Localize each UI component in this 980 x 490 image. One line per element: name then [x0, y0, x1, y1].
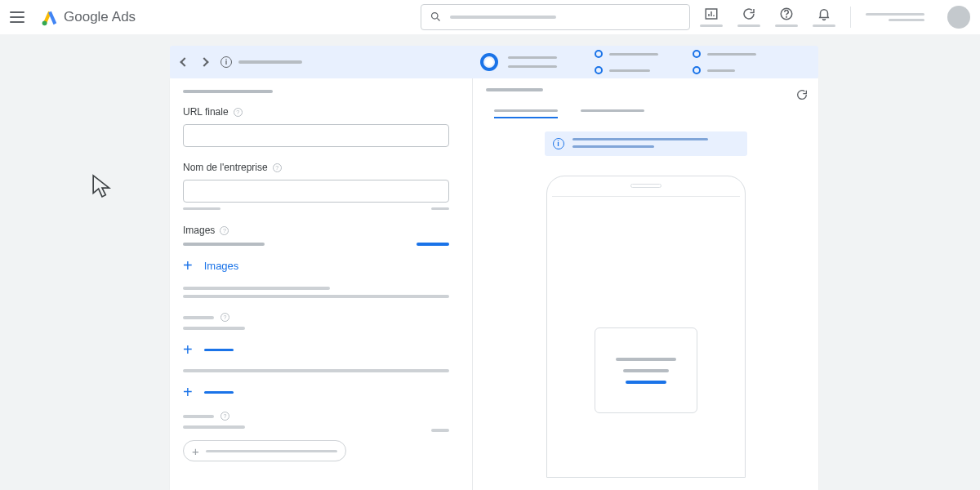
plus-icon: +: [183, 341, 193, 358]
helper-text: [183, 327, 245, 330]
images-subrow: [183, 243, 449, 246]
add-images-button[interactable]: + Images: [183, 257, 459, 274]
help-icon[interactable]: ?: [220, 226, 229, 235]
add-link: [204, 349, 234, 351]
avatar[interactable]: [947, 6, 970, 29]
add-images-label: Images: [204, 260, 239, 272]
svg-point-8: [786, 16, 787, 17]
step-ring-icon: [595, 50, 603, 58]
step-indicator-active: [480, 53, 498, 71]
form-column: URL finale ? Nom de l'entreprise ? Image…: [170, 78, 472, 490]
help-button[interactable]: [775, 7, 798, 27]
reports-button[interactable]: [700, 7, 723, 27]
counter: [431, 429, 449, 432]
page-canvas: i URL finale ?: [0, 34, 980, 490]
helper-text: [183, 369, 449, 372]
svg-point-1: [432, 13, 439, 20]
preview-title: [486, 88, 543, 91]
notifications-button[interactable]: [813, 7, 835, 27]
refresh-icon: [742, 7, 756, 21]
help-icon[interactable]: ?: [220, 412, 229, 421]
logo[interactable]: Google Ads: [41, 8, 136, 26]
bar-chart-icon: [704, 7, 719, 21]
preview-tabs: [494, 109, 805, 118]
svg-line-2: [437, 18, 439, 20]
plus-icon: +: [183, 384, 193, 400]
logo-text-ads: Ads: [112, 9, 136, 25]
step-ring-icon: [693, 66, 701, 74]
sub-label: [183, 316, 214, 319]
step-ring-icon: [693, 50, 701, 58]
phone-speaker: [630, 184, 662, 188]
final-url-input[interactable]: [183, 124, 449, 147]
chip-placeholder: [206, 450, 337, 452]
preview-column: i: [473, 78, 818, 490]
final-url-label: URL finale ?: [183, 106, 459, 118]
stepper-crumb: [238, 60, 302, 64]
search-placeholder: [450, 16, 556, 19]
search-icon: [430, 11, 442, 23]
help-icon[interactable]: ?: [234, 108, 243, 117]
stepper-group-2: [595, 50, 658, 74]
svg-point-0: [42, 20, 47, 25]
help-icon: [779, 7, 794, 21]
help-icon[interactable]: ?: [273, 163, 282, 172]
preview-tab-1[interactable]: [494, 109, 558, 118]
refresh-icon[interactable]: [795, 88, 808, 101]
step-ring-icon: [595, 66, 603, 74]
editor-card: URL finale ? Nom de l'entreprise ? Image…: [170, 78, 818, 490]
chip-input[interactable]: +: [183, 440, 346, 461]
ad-preview-card: [595, 327, 697, 413]
chevron-right-icon[interactable]: [199, 57, 208, 66]
cursor-pointer-icon: [91, 173, 113, 201]
google-ads-logo-icon: [41, 8, 59, 26]
info-icon[interactable]: i: [220, 56, 232, 68]
logo-text-google: Google: [64, 9, 109, 25]
account-info: [866, 13, 924, 21]
device-preview: [546, 176, 746, 478]
app-header: Google Ads: [0, 0, 980, 34]
add-item-button-1[interactable]: +: [183, 341, 459, 358]
divider: [850, 7, 851, 28]
header-toolbar: [700, 6, 970, 29]
business-name-input[interactable]: [183, 180, 449, 203]
stepper-group-3: [693, 50, 756, 74]
chevron-left-icon[interactable]: [180, 57, 189, 66]
bell-icon: [817, 7, 831, 21]
info-icon: i: [553, 138, 564, 149]
plus-icon: +: [192, 444, 199, 458]
stepper-bar: i: [170, 46, 818, 78]
sub-label: [183, 415, 214, 418]
search-input[interactable]: [421, 4, 690, 30]
phone-screen: [552, 196, 740, 477]
preview-tab-2[interactable]: [581, 109, 644, 118]
plus-icon: +: [183, 257, 193, 274]
help-icon[interactable]: ?: [220, 313, 229, 322]
info-callout: i: [545, 131, 747, 156]
section-title: [183, 90, 273, 93]
business-name-label: Nom de l'entreprise ?: [183, 162, 459, 173]
add-link: [204, 391, 234, 394]
refresh-button[interactable]: [737, 7, 760, 27]
add-item-button-2[interactable]: +: [183, 384, 459, 400]
hamburger-menu-icon[interactable]: [10, 11, 24, 23]
stepper-current: [480, 53, 557, 71]
images-label: Images ?: [183, 225, 459, 236]
images-link[interactable]: [416, 243, 449, 246]
